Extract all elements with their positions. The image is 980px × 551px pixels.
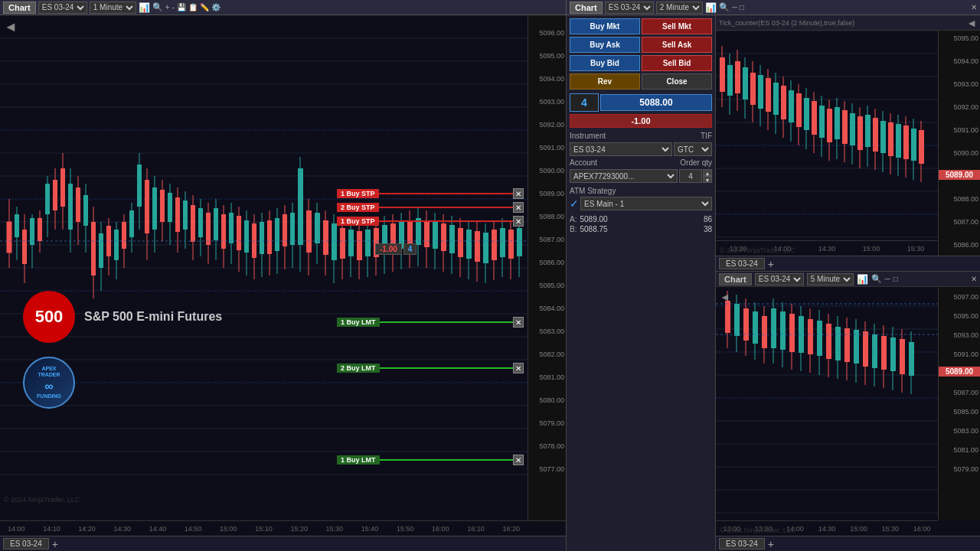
top-right-tab-add[interactable]: + (768, 258, 774, 270)
price-5095: 5095.00 (539, 52, 564, 60)
quantity-display: 4 (570, 93, 599, 112)
timeframe-select-bottom-right[interactable]: 5 Minute (807, 273, 854, 285)
svg-rect-81 (237, 216, 241, 250)
chart-tab-bottom-right[interactable]: Chart (719, 273, 752, 285)
nav-arrow-bottom-right[interactable]: ◄ (720, 291, 730, 303)
atm-strategy-dropdown[interactable]: ES Main - 1 (580, 197, 712, 210)
account-row: Account Order qty (570, 158, 712, 167)
svg-rect-39 (76, 187, 80, 222)
order-line-stp-3-close[interactable]: ✕ (513, 216, 524, 227)
svg-rect-111 (357, 231, 362, 260)
svg-rect-187 (819, 106, 825, 138)
sell-mkt-button[interactable]: Sell Mkt (642, 18, 712, 34)
svg-rect-141 (483, 233, 488, 263)
svg-rect-228 (734, 304, 740, 336)
timeframe-select-left[interactable]: 1 Minute (90, 2, 136, 14)
time-15-50: 15:50 (397, 525, 414, 533)
svg-rect-95 (290, 213, 295, 245)
account-select-row: APEX77293000... ▲ ▼ (570, 169, 712, 183)
qty-stepper[interactable]: ▲ ▼ (703, 169, 712, 183)
icon-magnify[interactable]: 🔍 (152, 2, 163, 12)
icon-maximize[interactable]: □ (740, 3, 744, 11)
rev-button[interactable]: Rev (570, 73, 640, 90)
price-5091: 5091.00 (539, 144, 564, 152)
order-line-lmt-1: 1 Buy LMT ✕ (337, 316, 524, 328)
time-14-10: 14:10 (43, 525, 60, 533)
svg-rect-57 (145, 180, 149, 233)
a-key: A: (570, 215, 577, 223)
svg-rect-87 (260, 222, 264, 254)
buy-ask-button[interactable]: Buy Ask (570, 37, 640, 53)
svg-rect-244 (808, 319, 813, 354)
left-tab-es[interactable]: ES 03-24 (3, 538, 49, 549)
icon-zoom-in[interactable]: + (165, 3, 170, 11)
svg-rect-49 (114, 230, 119, 260)
top-right-tab-es[interactable]: ES 03-24 (719, 258, 765, 269)
timeframe-select-right[interactable]: 2 Minute (656, 2, 703, 14)
order-qty-input[interactable] (679, 169, 702, 183)
svg-rect-254 (854, 330, 859, 364)
svg-rect-169 (750, 73, 756, 105)
icon-zoom-out[interactable]: - (172, 3, 175, 11)
red-bar-display: -1.00 (570, 114, 712, 128)
buy-bid-button[interactable]: Buy Bid (570, 55, 640, 71)
order-line-stp-3-bar (379, 220, 513, 222)
order-line-stp-2-close[interactable]: ✕ (513, 202, 524, 213)
icon-settings[interactable]: ⚙️ (211, 3, 220, 11)
instrument-select-right[interactable]: ES 03-24 (605, 2, 654, 14)
time-14-20: 14:20 (78, 525, 96, 533)
tif-dropdown[interactable]: GTC (674, 142, 712, 156)
svg-rect-83 (244, 220, 249, 253)
icon-magnify-right[interactable]: 🔍 (719, 2, 730, 12)
position-marker: -1.00 4 (375, 243, 416, 255)
sell-ask-button[interactable]: Sell Ask (642, 37, 712, 53)
order-line-stp-1-bar (379, 193, 513, 194)
svg-rect-109 (348, 230, 354, 256)
order-line-lmt-1-close[interactable]: ✕ (513, 317, 524, 328)
order-line-lmt-2-bar (380, 367, 513, 369)
icon-template[interactable]: 📋 (188, 3, 198, 11)
svg-rect-113 (365, 230, 371, 256)
instrument-dropdown[interactable]: ES 03-24 (570, 142, 672, 156)
left-xaxis: 14:00 14:10 14:20 14:30 14:40 14:50 15:0… (0, 520, 566, 536)
order-line-lmt-2-close[interactable]: ✕ (513, 363, 524, 373)
ab-data: A: 5089.00 86 B: 5088.75 38 (570, 215, 712, 233)
svg-rect-179 (789, 90, 794, 122)
icon-maximize-bottom-right[interactable]: □ (893, 275, 898, 283)
svg-rect-199 (865, 115, 871, 147)
svg-rect-23 (15, 214, 19, 237)
icon-draw[interactable]: ✏️ (200, 3, 209, 11)
svg-rect-59 (152, 187, 157, 230)
icon-close-window[interactable]: ✕ (971, 3, 977, 11)
icon-close-bottom-right[interactable]: ✕ (971, 275, 977, 283)
instrument-select-left[interactable]: ES 03-24 (38, 2, 87, 14)
instrument-select-bottom-right[interactable]: ES 03-24 (755, 273, 804, 285)
nav-arrow-right-top[interactable]: ◄ (966, 17, 977, 29)
atm-label: ATM Strategy (570, 187, 712, 195)
nav-arrow-left[interactable]: ◄ (4, 19, 18, 35)
sell-bid-button[interactable]: Sell Bid (642, 55, 712, 71)
rev-close-row: Rev Close (570, 73, 712, 90)
icon-magnify-bottom-right[interactable]: 🔍 (871, 274, 882, 284)
left-topbar: Chart ES 03-24 1 Minute 📊 🔍 + - 💾 📋 ✏️ ⚙… (0, 0, 567, 15)
apex-logo: APEX TRADER ∞ FUNDING (23, 357, 222, 409)
icon-minimize[interactable]: ─ (732, 3, 737, 11)
svg-rect-69 (191, 205, 195, 242)
left-tab-add[interactable]: + (52, 538, 58, 550)
icon-save[interactable]: 💾 (177, 3, 186, 11)
order-line-lmt-3-close[interactable]: ✕ (513, 455, 524, 465)
bottom-right-tab-add[interactable]: + (768, 538, 774, 550)
price-5090: 5090.00 (539, 167, 564, 174)
copyright-left: © 2024 NinjaTrader, LLC (4, 496, 80, 504)
order-line-stp-1-close[interactable]: ✕ (513, 188, 524, 199)
svg-rect-63 (168, 193, 172, 222)
svg-rect-103 (323, 220, 328, 255)
svg-rect-232 (753, 311, 758, 344)
close-button[interactable]: Close (642, 73, 712, 90)
bottom-right-tab-es[interactable]: ES 03-24 (719, 538, 765, 549)
icon-minimize-bottom-right[interactable]: ─ (885, 275, 890, 283)
time-14-30: 14:30 (114, 525, 132, 533)
account-dropdown[interactable]: APEX77293000... (570, 169, 678, 183)
atm-check-icon: ✓ (570, 197, 579, 210)
buy-mkt-button[interactable]: Buy Mkt (570, 18, 640, 34)
